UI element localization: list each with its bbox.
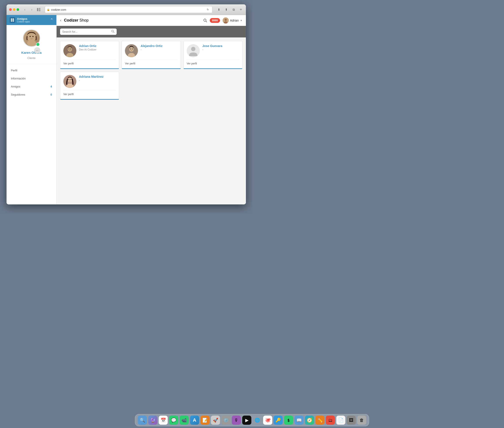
- svg-point-25: [129, 47, 134, 52]
- svg-point-15: [225, 19, 227, 21]
- friend-card-footer-3: Ver perfil: [63, 90, 116, 96]
- navbar-search-button[interactable]: [203, 18, 207, 22]
- svg-point-28: [132, 49, 133, 49]
- friend-role-3: -: [79, 79, 116, 82]
- sidebar-title-group: Amigos Codizer apps: [17, 17, 30, 23]
- browser-window: ‹ › 🔒 ↻ ⬇ ⬆ ⧉ +: [7, 4, 246, 205]
- svg-rect-2: [39, 9, 41, 10]
- svg-rect-6: [11, 20, 12, 22]
- svg-rect-0: [37, 8, 38, 11]
- ver-perfil-link-0[interactable]: Ver perfil: [63, 62, 73, 65]
- add-tab-button[interactable]: +: [238, 7, 243, 12]
- fullscreen-traffic-light[interactable]: [16, 8, 19, 11]
- svg-point-20: [68, 47, 72, 52]
- sidebar-title: Amigos: [17, 17, 30, 20]
- sidebar-item-informacion-label: Información: [11, 77, 26, 80]
- sidebar-subtitle: Codizer apps: [17, 20, 30, 23]
- svg-point-35: [70, 79, 71, 80]
- amigos-badge: 4: [50, 85, 52, 88]
- friend-card-footer-2: Ver perfil: [187, 59, 239, 65]
- friend-name-1: Alejandro Ortiz: [141, 44, 177, 48]
- svg-point-30: [191, 47, 195, 51]
- svg-point-22: [69, 49, 69, 49]
- address-bar-input[interactable]: [51, 8, 204, 11]
- forward-nav-button[interactable]: ›: [29, 7, 34, 12]
- points-badge: 9999: [210, 18, 220, 23]
- browser-toolbar: ‹ › 🔒 ↻ ⬇ ⬆ ⧉ +: [7, 4, 246, 15]
- top-navbar: ‹ Codizer Shop 9999: [57, 15, 246, 26]
- top-back-button[interactable]: ‹: [60, 18, 61, 23]
- friend-info-1: Alejandro Ortiz -: [141, 44, 177, 51]
- svg-point-10: [29, 36, 31, 37]
- svg-point-34: [69, 79, 69, 80]
- lock-icon: 🔒: [47, 8, 50, 11]
- profile-section: ··· Karen Olvera Cliente: [7, 25, 56, 64]
- sidebar-toggle-button[interactable]: [36, 7, 41, 12]
- user-menu[interactable]: Adrian ▼: [223, 17, 243, 24]
- toolbar-actions: ⬇ ⬆ ⧉: [216, 7, 237, 12]
- back-nav-button[interactable]: ‹: [22, 7, 27, 12]
- app-container: Amigos Codizer apps ⌃: [7, 15, 246, 205]
- sidebar-header-left: Amigos Codizer apps: [9, 17, 30, 23]
- navbar-left: ‹ Codizer Shop: [60, 18, 89, 23]
- page-title: Codizer Shop: [64, 18, 89, 23]
- friend-card-header-2: Jose Guevara -: [187, 44, 239, 57]
- friend-avatar-3: [63, 75, 76, 88]
- svg-rect-4: [11, 18, 12, 20]
- friend-name-3: Adriana Martinez: [79, 75, 116, 78]
- friend-card-header-1: Alejandro Ortiz -: [125, 44, 177, 57]
- friend-info-3: Adriana Martinez -: [79, 75, 116, 82]
- ver-perfil-link-2[interactable]: Ver perfil: [187, 62, 197, 65]
- minimize-traffic-light[interactable]: [13, 8, 16, 11]
- friend-name-0: Adrian Ortiz: [79, 44, 116, 48]
- svg-point-27: [130, 49, 131, 49]
- user-name: Adrian: [230, 19, 239, 22]
- sidebar-logo: [9, 17, 15, 23]
- svg-point-11: [32, 36, 33, 37]
- svg-line-13: [206, 21, 207, 22]
- address-bar-container: 🔒 ↻: [45, 6, 212, 13]
- friend-role-2: -: [202, 48, 239, 51]
- reload-button[interactable]: ↻: [205, 7, 211, 12]
- svg-point-17: [112, 30, 114, 32]
- page-title-suffix: Shop: [79, 18, 89, 22]
- sidebar-item-seguidores[interactable]: Seguidores 0: [7, 91, 56, 99]
- search-submit-button[interactable]: [111, 30, 114, 33]
- download-button[interactable]: ⬇: [216, 7, 222, 12]
- svg-rect-5: [13, 18, 14, 20]
- svg-point-23: [70, 49, 71, 49]
- ver-perfil-link-1[interactable]: Ver perfil: [125, 62, 135, 65]
- sidebar-item-informacion[interactable]: Información: [7, 74, 56, 82]
- sidebar-item-amigos[interactable]: Amigos 4: [7, 82, 56, 91]
- friend-card-header-0: Adrian Ortiz Dev At Codizer: [63, 44, 116, 57]
- close-traffic-light[interactable]: [9, 8, 12, 11]
- share-button[interactable]: ⬆: [223, 7, 229, 12]
- friend-info-0: Adrian Ortiz Dev At Codizer: [79, 44, 116, 51]
- sidebar-item-seguidores-label: Seguidores: [11, 93, 25, 96]
- friend-info-2: Jose Guevara -: [202, 44, 239, 51]
- main-content: ‹ Codizer Shop 9999: [57, 15, 246, 205]
- sidebar-collapse-button[interactable]: ⌃: [50, 18, 53, 22]
- user-avatar-small: [223, 17, 229, 24]
- friend-name-2: Jose Guevara: [202, 44, 239, 48]
- more-options-button[interactable]: ···: [34, 47, 40, 53]
- friend-card-2: Jose Guevara - Ver perfil: [183, 41, 243, 69]
- search-section: [57, 26, 246, 37]
- friend-role-0: Dev At Codizer: [79, 48, 116, 51]
- sidebar-nav: Perfil Información Amigos 4 Seguidores 0: [7, 64, 56, 205]
- friend-card-footer-1: Ver perfil: [125, 59, 177, 65]
- sidebar: Amigos Codizer apps ⌃: [7, 15, 57, 205]
- friend-avatar-0: [63, 44, 76, 57]
- svg-line-18: [113, 32, 114, 33]
- svg-rect-7: [13, 20, 14, 22]
- ver-perfil-link-3[interactable]: Ver perfil: [63, 93, 73, 96]
- navbar-right: 9999 Adrian ▼: [203, 17, 243, 24]
- sidebar-item-perfil[interactable]: Perfil: [7, 66, 56, 74]
- tab-overview-button[interactable]: ⧉: [231, 7, 237, 12]
- svg-point-12: [204, 19, 206, 21]
- friend-card-footer-0: Ver perfil: [63, 59, 116, 65]
- friend-avatar-1: [125, 44, 138, 57]
- svg-rect-1: [39, 8, 41, 9]
- search-input[interactable]: [62, 30, 110, 33]
- friend-card-header-3: Adriana Martinez -: [63, 75, 116, 88]
